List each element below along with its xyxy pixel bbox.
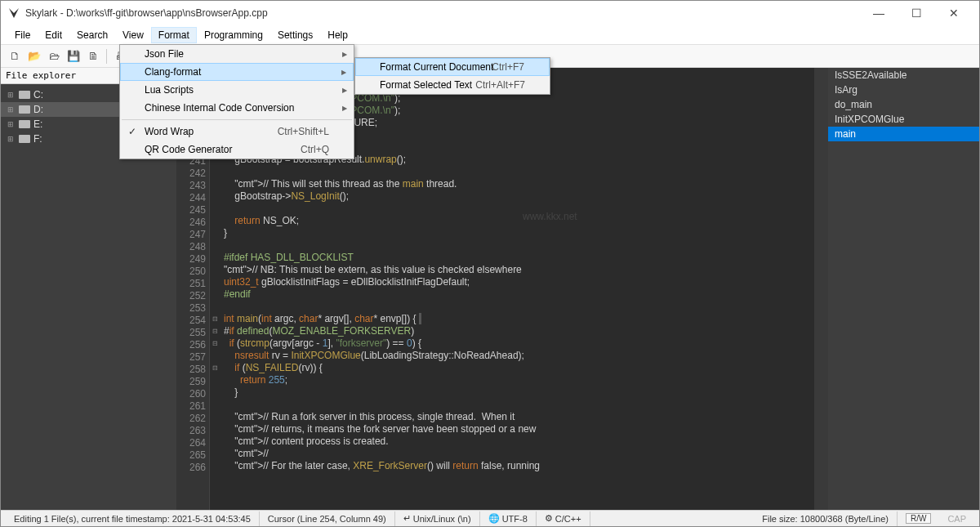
- watermark: www.kkx.net: [523, 211, 577, 223]
- vertical-scrollbar[interactable]: [814, 68, 828, 510]
- save-icon[interactable]: 💾: [65, 47, 82, 65]
- menu-item[interactable]: QR Code GeneratorCtrl+Q: [120, 141, 354, 159]
- symbol-item[interactable]: InitXPCOMGlue: [828, 112, 979, 127]
- menu-file[interactable]: File: [7, 27, 38, 43]
- menu-format[interactable]: Format: [151, 27, 197, 43]
- menu-edit[interactable]: Edit: [38, 27, 69, 43]
- new-file-icon[interactable]: 🗋: [6, 47, 24, 65]
- status-encoding[interactable]: 🌐UTF-8: [480, 511, 537, 526]
- menu-settings[interactable]: Settings: [270, 27, 320, 43]
- app-icon: [7, 7, 20, 20]
- symbols-panel: IsSSE2AvailableIsArgdo_mainInitXPCOMGlue…: [828, 68, 979, 510]
- symbol-item[interactable]: do_main: [828, 97, 979, 112]
- status-editing: Editing 1 File(s), current file timestam…: [6, 511, 260, 526]
- menu-separator: [122, 119, 352, 120]
- statusbar: Editing 1 File(s), current file timestam…: [1, 510, 979, 526]
- minimize-button[interactable]: —: [860, 1, 898, 25]
- menu-view[interactable]: View: [115, 27, 151, 43]
- status-cursor: Cursor (Line 254, Column 49): [260, 511, 395, 526]
- maximize-button[interactable]: ☐: [898, 1, 935, 25]
- menu-item[interactable]: Word WrapCtrl+Shift+L: [120, 123, 354, 141]
- menu-item[interactable]: Chinese Internal Code Conversion: [120, 99, 354, 117]
- menu-search[interactable]: Search: [69, 27, 115, 43]
- open-icon[interactable]: 📂: [25, 47, 43, 65]
- format-menu-dropdown: Json FileClang-formatLua ScriptsChinese …: [119, 44, 354, 159]
- close-button[interactable]: ✕: [935, 1, 973, 25]
- clang-format-submenu: Format Current DocumentCtrl+F7Format Sel…: [354, 57, 550, 95]
- symbol-item[interactable]: IsSSE2Available: [828, 68, 979, 83]
- menu-item[interactable]: Format Current DocumentCtrl+F7: [355, 58, 550, 76]
- symbol-item[interactable]: main: [828, 127, 979, 141]
- status-filesize: File size: 10800/368 (Byte/Line): [754, 511, 898, 526]
- menu-programming[interactable]: Programming: [197, 27, 270, 43]
- open-folder-icon[interactable]: 🗁: [45, 47, 63, 65]
- status-capslock: CAP: [939, 511, 974, 526]
- menu-item[interactable]: Clang-format: [120, 63, 354, 81]
- status-eol[interactable]: ↵Unix/Linux (\n): [395, 511, 480, 526]
- menu-help[interactable]: Help: [320, 27, 355, 43]
- status-readwrite[interactable]: R/W: [898, 511, 939, 526]
- menu-item[interactable]: Lua Scripts: [120, 81, 354, 99]
- save-all-icon[interactable]: 🗎: [84, 47, 102, 65]
- menu-item[interactable]: Json File: [120, 45, 354, 63]
- status-lang[interactable]: ⚙C/C++: [537, 511, 590, 526]
- toolbar-separator: [106, 49, 107, 64]
- window-title: Skylark - D:\works\ff-git\browser\app\ns…: [25, 7, 860, 19]
- menubar: FileEditSearchViewFormatProgrammingSetti…: [1, 25, 979, 45]
- menu-item[interactable]: Format Selected TextCtrl+Alt+F7: [355, 76, 550, 94]
- symbol-item[interactable]: IsArg: [828, 83, 979, 97]
- titlebar: Skylark - D:\works\ff-git\browser\app\ns…: [1, 1, 979, 25]
